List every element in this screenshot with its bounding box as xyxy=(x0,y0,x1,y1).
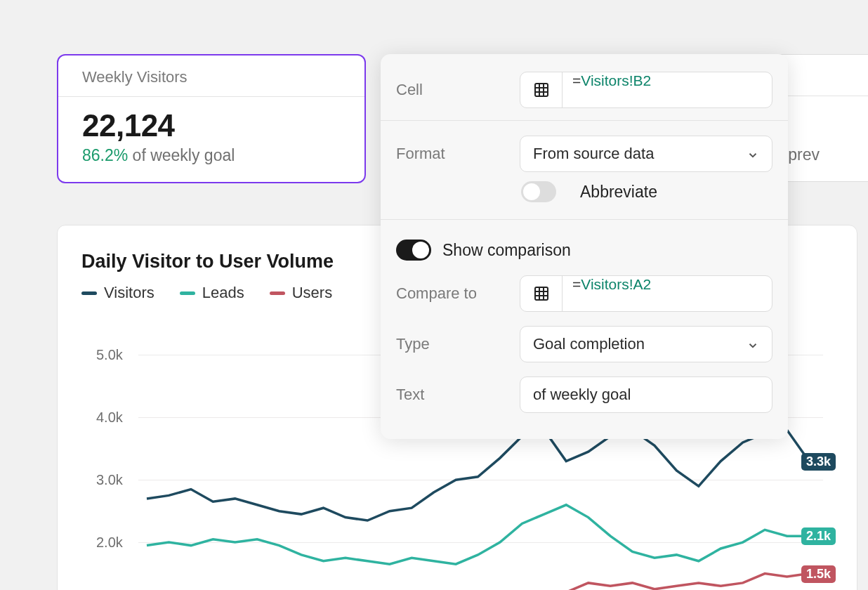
card-value: 22,124 xyxy=(82,108,341,143)
y-tick-label: 2.0k xyxy=(96,535,123,551)
format-select[interactable]: From source data xyxy=(520,136,772,172)
card-subtext: 86.2% of weekly goal xyxy=(82,146,341,165)
y-tick-label: 5.0k xyxy=(96,347,123,363)
field-label-type: Type xyxy=(396,335,507,353)
type-select[interactable]: Goal completion xyxy=(520,326,772,362)
text-input[interactable]: of weekly goal xyxy=(520,376,772,413)
y-tick-label: 4.0k xyxy=(96,409,123,426)
svg-rect-5 xyxy=(535,287,548,300)
select-value: Goal completion xyxy=(533,335,645,353)
chevron-down-icon xyxy=(747,148,759,160)
compare-to-input[interactable]: =Visitors!A2 xyxy=(520,275,772,312)
config-popover: Cell =Visitors!B2 Format From source dat… xyxy=(381,54,788,439)
legend-label: Leads xyxy=(202,284,244,302)
show-comparison-toggle[interactable] xyxy=(396,240,431,261)
series-end-label-visitors: 3.3k xyxy=(801,453,836,471)
legend-label: Users xyxy=(292,284,332,302)
grid-icon xyxy=(520,72,563,107)
y-tick-label: 3.0k xyxy=(96,472,123,488)
series-end-label-leads: 2.1k xyxy=(801,527,836,545)
abbreviate-label: Abbreviate xyxy=(580,183,657,202)
legend-label: Visitors xyxy=(104,284,154,302)
show-comparison-label: Show comparison xyxy=(442,241,571,260)
cell-input[interactable]: =Visitors!B2 xyxy=(520,72,772,108)
series-leads xyxy=(147,505,809,564)
field-label-compare-to: Compare to xyxy=(396,284,507,303)
svg-rect-0 xyxy=(535,84,548,96)
legend-swatch-icon xyxy=(180,291,195,295)
legend-swatch-icon xyxy=(270,291,285,295)
field-label-text: Text xyxy=(396,386,507,404)
legend-item-leads[interactable]: Leads xyxy=(180,284,244,302)
select-value: From source data xyxy=(533,145,654,163)
chevron-down-icon xyxy=(747,338,759,350)
legend-item-visitors[interactable]: Visitors xyxy=(81,284,154,302)
field-label-format: Format xyxy=(396,145,507,163)
legend-swatch-icon xyxy=(81,291,97,295)
grid-icon xyxy=(520,276,563,311)
legend-item-users[interactable]: Users xyxy=(270,284,332,302)
series-visitors xyxy=(147,430,809,520)
card-title: Weekly Visitors xyxy=(58,55,364,97)
abbreviate-toggle[interactable] xyxy=(521,181,556,202)
weekly-visitors-card[interactable]: Weekly Visitors 22,124 86.2% of weekly g… xyxy=(57,54,366,183)
series-users xyxy=(147,574,809,590)
series-end-label-users: 1.5k xyxy=(801,565,836,583)
text-value: of weekly goal xyxy=(533,386,631,404)
field-label-cell: Cell xyxy=(396,81,507,99)
